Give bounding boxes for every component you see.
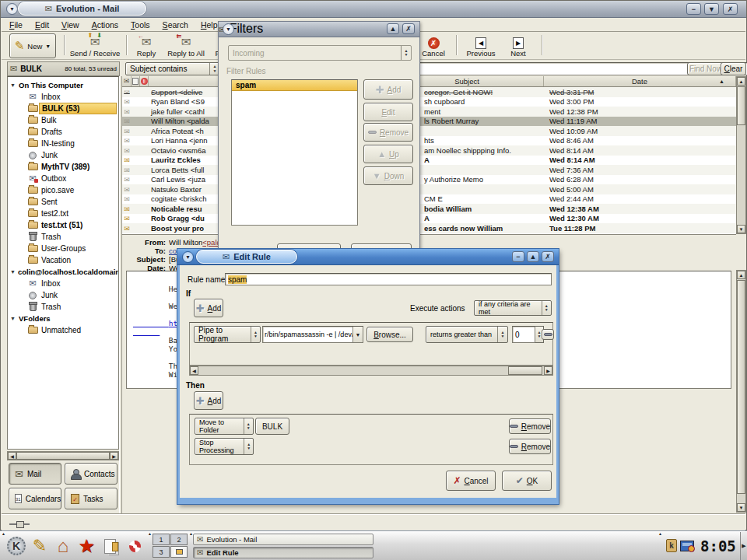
pager-desktop-2[interactable]: 2: [170, 534, 188, 545]
expander-icon[interactable]: ▼: [8, 269, 16, 275]
expander-icon[interactable]: ▼: [8, 316, 16, 321]
folder-tree-row[interactable]: ▼ Trash: [8, 231, 118, 243]
message-row[interactable]: ✉ Lauritz Eckles A Wed 8:14 AM: [122, 156, 736, 166]
reply-to-all-button[interactable]: ✉⇇ Reply to All: [163, 33, 209, 58]
pager-desktop-1[interactable]: 1: [153, 534, 170, 545]
close-button[interactable]: ✗: [402, 23, 415, 34]
pager-desktop-4[interactable]: [170, 546, 188, 558]
scroll-left-icon[interactable]: ◀: [8, 452, 16, 460]
window-menu-button[interactable]: ▼: [223, 23, 234, 35]
move-up-button[interactable]: ▲ Up: [363, 145, 413, 163]
window-menu-button[interactable]: ▼: [6, 3, 18, 15]
folder-tree-row[interactable]: ▼ colin@localhost.localdomain: [8, 266, 118, 278]
applet-handle-icon[interactable]: ▲: [658, 532, 662, 536]
main-titlebar[interactable]: ▼ ✉ Evolution - Mail − ▼ ✗: [1, 1, 746, 18]
switcher-contacts-button[interactable]: Contacts: [65, 463, 117, 485]
folder-tree-row[interactable]: ▼ Unmatched: [8, 324, 118, 336]
folder-tree-row[interactable]: ▼ On This Computer: [8, 79, 118, 91]
menu-search[interactable]: Search: [163, 20, 188, 30]
menu-edit[interactable]: Edit: [35, 20, 49, 30]
switcher-tasks-button[interactable]: ✓ Tasks: [65, 488, 117, 509]
message-row[interactable]: ✉ Natsuko Baxter Wed 5:00 AM: [122, 184, 736, 194]
folder-tree-row[interactable]: ▼ pico.save: [8, 184, 118, 196]
menu-actions[interactable]: Actions: [92, 20, 118, 30]
add-criterion-button[interactable]: ✚ Add: [194, 299, 223, 317]
message-row[interactable]: ✉ Lorca Betts <full Wed 7:36 AM: [122, 165, 736, 175]
folder-tree-row[interactable]: ▼ Sent: [8, 196, 118, 208]
find-now-button[interactable]: Find Now: [687, 62, 724, 75]
message-row[interactable]: ✉ Octavio <wsm6a am Noellec shippping In…: [122, 145, 736, 156]
menu-file[interactable]: File: [9, 20, 23, 30]
reply-button[interactable]: ✉← Reply: [131, 33, 162, 58]
edit-rule-button[interactable]: Edit: [363, 103, 413, 121]
panel-hide-arrow[interactable]: ▶: [740, 532, 747, 560]
importance-column-icon[interactable]: !: [140, 76, 149, 86]
comparison-select[interactable]: returns greater than ▲▼: [426, 326, 508, 343]
message-row[interactable]: ✉ Rob Gragg <du A Wed 12:30 AM: [122, 214, 736, 224]
close-button[interactable]: ✗: [723, 3, 738, 15]
remove-action-2-button[interactable]: Remove: [509, 439, 551, 454]
next-button[interactable]: ▶ Next: [503, 33, 534, 58]
minimize-button[interactable]: −: [512, 251, 524, 262]
action-2-select[interactable]: Stop Processing ▲▼: [195, 438, 254, 455]
attachment-column-icon[interactable]: [132, 76, 140, 86]
folder-tree-row[interactable]: ▼ test.txt (51): [8, 219, 118, 231]
message-row[interactable]: ✉ Africa Poteat <h Wed 10:09 AM: [122, 126, 736, 136]
criteria-horizontal-scrollbar[interactable]: ◀ ▶: [189, 366, 553, 376]
folder-tree-row[interactable]: ▼ ✉ Inbox: [8, 91, 118, 103]
filter-source-select[interactable]: Incoming ▲▼: [228, 45, 412, 61]
send-receive-button[interactable]: ✉⬆⬇ Send / Receive: [67, 33, 123, 58]
shade-button[interactable]: ▲: [387, 23, 399, 34]
message-row[interactable]: ✉ Carl Lewis <juza y Authorize Memo Wed …: [122, 175, 736, 185]
move-down-button[interactable]: ▼ Down: [363, 166, 413, 185]
menu-view[interactable]: View: [61, 20, 79, 30]
execute-actions-select[interactable]: if any criteria are met ▲▼: [474, 300, 552, 316]
new-button[interactable]: ✎ New ▼: [9, 33, 56, 58]
expander-icon[interactable]: ▼: [8, 82, 16, 88]
clear-button[interactable]: Clear: [721, 62, 746, 75]
rule-name-input[interactable]: spam: [225, 273, 552, 285]
previous-button[interactable]: ◀ Previous: [461, 33, 501, 58]
panel-clock[interactable]: 8:05: [700, 537, 736, 555]
folder-tree-row[interactable]: ▼ Junk: [8, 289, 118, 301]
help-launcher[interactable]: [123, 534, 146, 558]
switcher-mail-button[interactable]: ✉ Mail: [9, 463, 61, 485]
app-launcher-star[interactable]: ★: [75, 534, 98, 558]
scroll-right-icon[interactable]: ▶: [544, 366, 552, 375]
remove-action-1-button[interactable]: Remove: [509, 418, 551, 434]
maximize-button[interactable]: ▼: [704, 3, 719, 15]
message-list-scrollbar[interactable]: ▲ ▼: [736, 76, 746, 234]
task-edit-rule-button[interactable]: ✉ Edit Rule: [193, 547, 374, 558]
folder-tree-row[interactable]: ▼ MythTV (389): [8, 161, 118, 173]
folder-tree-row[interactable]: ▼ Bulk: [8, 114, 118, 126]
switcher-calendars-button[interactable]: 31 Calendars: [9, 488, 61, 509]
scroll-right-icon[interactable]: ▶: [110, 452, 118, 460]
folder-tree-row[interactable]: ▼ IN-testing: [8, 138, 118, 149]
menu-tools[interactable]: Tools: [131, 20, 150, 30]
read-status-column-icon[interactable]: ✉: [122, 76, 132, 86]
window-menu-button[interactable]: ▼: [182, 251, 194, 263]
message-row[interactable]: ✉ Will Milton <palda ls Robert Murray We…: [122, 117, 736, 127]
k-menu-button[interactable]: K: [5, 534, 28, 558]
folder-tree-row[interactable]: ▼ VFolders: [8, 313, 118, 324]
folder-tree-row[interactable]: ▼ BULK (53): [8, 103, 118, 114]
message-row[interactable]: ✉ cogitate <briskch CM E Wed 2:44 AM: [122, 194, 736, 205]
menu-help[interactable]: Help: [201, 20, 218, 30]
sidebar-horizontal-scrollbar[interactable]: ◀ ▶: [7, 451, 119, 460]
folder-tree-row[interactable]: ▼ Trash: [8, 301, 118, 313]
filter-rule-item[interactable]: spam: [232, 80, 357, 91]
remove-criterion-button[interactable]: [542, 329, 554, 340]
online-status-icon[interactable]: [9, 521, 30, 527]
applet-handle-icon[interactable]: ▲: [148, 532, 152, 536]
criterion-part-select[interactable]: Pipe to Program ▲▼: [194, 326, 261, 343]
klipper-tray-icon[interactable]: k: [666, 539, 677, 552]
folder-tree-row[interactable]: ▼ User-Groups: [8, 243, 118, 254]
browse-button[interactable]: Browse...: [366, 327, 413, 342]
filter-rules-list[interactable]: spam: [231, 79, 358, 226]
scroll-up-icon[interactable]: ▲: [737, 77, 745, 86]
message-row[interactable]: ✉ Support <delive coregor. Get it NOW! W…: [122, 87, 736, 97]
scroll-down-icon[interactable]: ▼: [737, 225, 745, 233]
scroll-left-icon[interactable]: ◀: [190, 366, 198, 375]
folder-tree-row[interactable]: ▼ ✉ Inbox: [8, 278, 118, 289]
command-combo-input[interactable]: r/bin/spamassassin -e | /dev/null ▼: [262, 326, 363, 343]
